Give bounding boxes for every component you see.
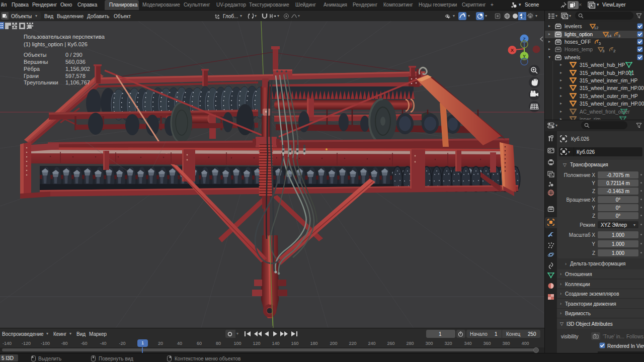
svg-text:X: X: [511, 48, 514, 53]
